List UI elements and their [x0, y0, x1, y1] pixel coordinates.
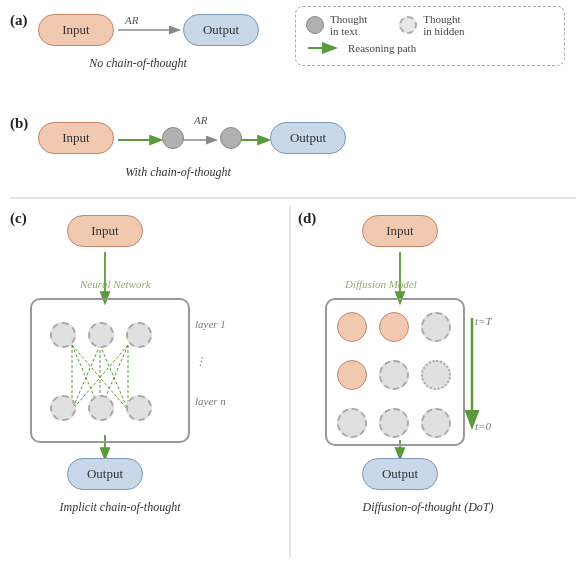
- net-node-1a: [50, 322, 76, 348]
- diffusion-grid-d: [325, 298, 465, 446]
- panel-d-label: (d): [298, 210, 316, 227]
- panel-c-label: (c): [10, 210, 27, 227]
- legend-thought-text: Thought in text Thought in hidden: [306, 13, 554, 37]
- t-0-label: t=0: [475, 420, 491, 432]
- net-node-na: [50, 395, 76, 421]
- diff-node-r2c2: [379, 360, 409, 390]
- node-output-a: Output: [183, 14, 259, 46]
- panel-a-label: (a): [10, 12, 28, 29]
- node-input-d: Input: [362, 215, 438, 247]
- network-box-c: [30, 298, 190, 443]
- neural-network-label: Neural Network: [80, 278, 151, 290]
- legend-reasoning-path: Reasoning path: [306, 41, 554, 55]
- net-node-nc: [126, 395, 152, 421]
- panel-b-label: (b): [10, 115, 28, 132]
- layer-dots-label: ⋮: [195, 355, 206, 368]
- net-node-nb: [88, 395, 114, 421]
- diff-node-r2c1: [337, 360, 367, 390]
- caption-a: No chain-of-thought: [38, 56, 238, 71]
- diff-node-r1c1: [337, 312, 367, 342]
- caption-c: Implicit chain-of-thought: [20, 500, 220, 515]
- diff-node-r3c3: [421, 408, 451, 438]
- diff-node-r3c2: [379, 408, 409, 438]
- node-output-b: Output: [270, 122, 346, 154]
- diff-node-r1c3: [421, 312, 451, 342]
- thought-circle-b1: [162, 127, 184, 149]
- legend-circle-solid: [306, 16, 324, 34]
- layer-n-label: layer n: [195, 395, 226, 407]
- node-input-b: Input: [38, 122, 114, 154]
- diff-node-r1c2: [379, 312, 409, 342]
- legend-circle-dashed: [399, 16, 417, 34]
- diagram: (a) Input AR Output No chain-of-thought …: [0, 0, 586, 562]
- ar-label-a: AR: [125, 14, 138, 26]
- ar-label-b: AR: [194, 114, 207, 126]
- net-node-1c: [126, 322, 152, 348]
- caption-b: With chain-of-thought: [38, 165, 318, 180]
- node-output-c: Output: [67, 458, 143, 490]
- t-T-label: t=T: [475, 315, 492, 327]
- node-input-a: Input: [38, 14, 114, 46]
- diff-node-r2c3: [421, 360, 451, 390]
- layer-1-label: layer 1: [195, 318, 226, 330]
- node-output-d: Output: [362, 458, 438, 490]
- node-input-c: Input: [67, 215, 143, 247]
- diff-node-r3c1: [337, 408, 367, 438]
- legend-box: Thought in text Thought in hidden Reason…: [295, 6, 565, 66]
- net-node-1b: [88, 322, 114, 348]
- caption-d: Diffusion-of-thought (DoT): [298, 500, 558, 515]
- thought-circle-b2: [220, 127, 242, 149]
- diffusion-model-label: Diffusion Model: [345, 278, 417, 290]
